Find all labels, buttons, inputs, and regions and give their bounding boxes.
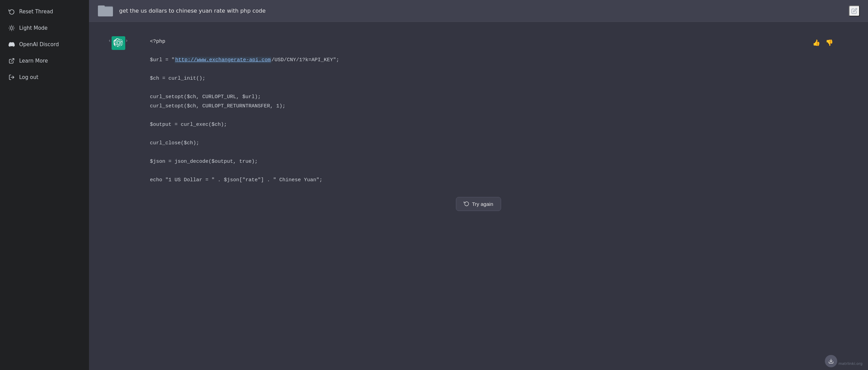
folder-icon (97, 2, 114, 20)
sidebar-item-label: Log out (19, 74, 38, 80)
main-content: get the us dollars to chinese yuan rate … (89, 0, 868, 370)
refresh-icon (464, 201, 469, 207)
assistant-message: ‹ 2 / 2 › <?php $url = "http://www.excha… (102, 30, 855, 191)
thumbs-down-button[interactable]: 👎 (824, 38, 834, 48)
sidebar-item-reset-thread[interactable]: Reset Thread (3, 4, 86, 19)
try-again-label: Try again (472, 201, 493, 207)
logout-icon (8, 74, 15, 81)
try-again-button[interactable]: Try again (456, 197, 501, 211)
sidebar-item-label: Reset Thread (19, 9, 53, 15)
discord-icon (8, 41, 15, 48)
reset-icon (8, 8, 15, 15)
sidebar-item-log-out[interactable]: Log out (3, 70, 86, 85)
try-again-container: Try again (89, 191, 868, 216)
svg-line-3 (10, 26, 10, 26)
thumbs-up-button[interactable]: 👍 (811, 38, 821, 48)
edit-title-button[interactable] (849, 5, 860, 16)
svg-line-7 (10, 30, 10, 30)
sidebar-item-label: Learn More (19, 58, 48, 64)
svg-line-8 (13, 26, 14, 26)
sidebar-item-light-mode[interactable]: Light Mode (3, 21, 86, 36)
svg-line-4 (13, 30, 14, 30)
footer-watermark: matrlinki.org (839, 361, 863, 366)
svg-point-0 (10, 27, 13, 29)
code-block: <?php $url = "http://www.exchangerate-ap… (150, 37, 814, 185)
code-content: <?php $url = "http://www.exchangerate-ap… (129, 37, 814, 185)
sidebar-item-openai-discord[interactable]: OpenAI Discord (3, 37, 86, 52)
chat-header: get the us dollars to chinese yuan rate … (89, 0, 868, 22)
sun-icon (8, 25, 15, 31)
svg-rect-13 (98, 7, 113, 16)
sidebar-item-label: Light Mode (19, 25, 48, 31)
svg-line-9 (11, 58, 14, 61)
chat-area: ‹ 2 / 2 › <?php $url = "http://www.excha… (89, 22, 868, 370)
sidebar: Reset Thread Light Mode OpenAI Discord (0, 0, 89, 370)
feedback-buttons: 👍 👎 (811, 38, 834, 48)
conversation-title: get the us dollars to chinese yuan rate … (119, 8, 843, 14)
assistant-avatar (112, 36, 125, 50)
prev-message-button[interactable]: ‹ (107, 37, 112, 44)
sidebar-item-learn-more[interactable]: Learn More (3, 53, 86, 68)
sidebar-item-label: OpenAI Discord (19, 41, 59, 48)
external-link-icon (8, 57, 15, 64)
download-button[interactable] (825, 355, 837, 367)
